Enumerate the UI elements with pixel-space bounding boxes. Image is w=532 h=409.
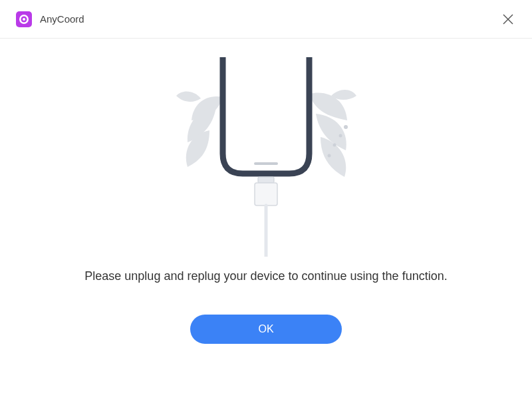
- close-button[interactable]: [500, 11, 516, 27]
- ok-button-label: OK: [258, 323, 273, 335]
- app-window: AnyCoord: [0, 0, 532, 409]
- svg-point-8: [333, 144, 336, 147]
- titlebar-left: AnyCoord: [16, 11, 84, 27]
- dialog-message: Please unplug and replug your device to …: [84, 267, 447, 285]
- svg-rect-10: [254, 162, 278, 165]
- svg-point-6: [344, 125, 348, 129]
- dialog-content: Please unplug and replug your device to …: [0, 39, 532, 409]
- app-title: AnyCoord: [40, 13, 84, 25]
- close-icon: [503, 14, 513, 25]
- svg-point-7: [339, 134, 342, 138]
- svg-rect-11: [258, 177, 274, 183]
- device-unplug-illustration: [146, 57, 386, 257]
- svg-rect-12: [255, 183, 277, 205]
- svg-point-9: [328, 154, 331, 158]
- ok-button[interactable]: OK: [190, 315, 342, 344]
- titlebar: AnyCoord: [0, 0, 532, 39]
- app-icon: [16, 11, 32, 27]
- svg-point-3: [23, 18, 25, 21]
